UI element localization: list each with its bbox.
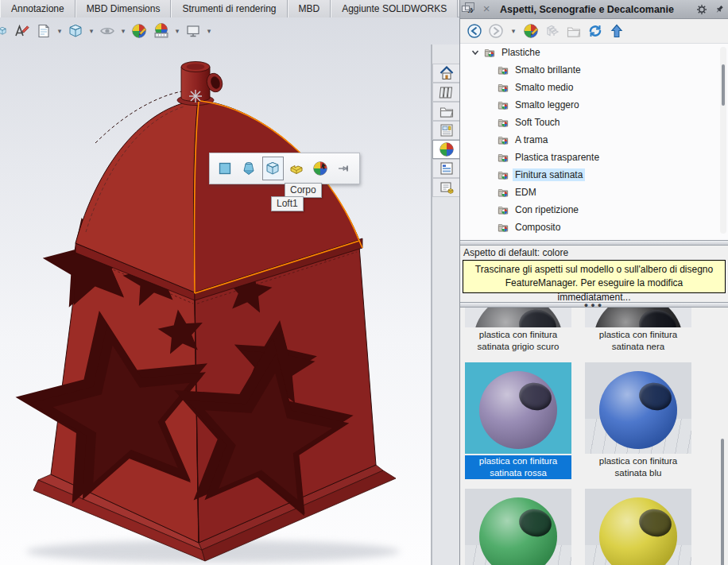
tab-design-library[interactable] xyxy=(432,83,459,102)
default-appearance-label: Aspetto di default: colore xyxy=(460,246,728,259)
thumbnail-label-selected[interactable]: plastica con finitura satinata rossa xyxy=(465,455,571,479)
appearance-target-button[interactable] xyxy=(310,157,331,180)
pane-pin-button[interactable] xyxy=(711,4,728,15)
tab-mbd-dimensions[interactable]: MBD Dimensions xyxy=(76,0,172,17)
sphere-pencil-icon xyxy=(131,23,147,39)
sphere-preview xyxy=(474,308,563,327)
tab-file-explorer[interactable] xyxy=(432,102,459,121)
thumbnail-image[interactable] xyxy=(585,489,691,565)
thumbnail-rossa-selected[interactable]: plastica con finitura satinata rossa xyxy=(465,362,571,479)
thumbnails-scrollbar[interactable] xyxy=(720,308,726,565)
thumbnail-verde[interactable] xyxy=(465,489,571,565)
tree-item-smalto-leggero[interactable]: Smalto leggero xyxy=(460,96,728,114)
display-style-dropdown[interactable]: ▾ xyxy=(87,27,95,35)
thumbnail-image[interactable] xyxy=(585,308,691,327)
format-painter-button[interactable] xyxy=(11,21,32,41)
splitter-grip: ●●● xyxy=(584,304,604,307)
tab-mbd[interactable]: MBD xyxy=(288,0,331,17)
thumbnail-image[interactable] xyxy=(585,362,691,454)
tree-item-edm[interactable]: EDM xyxy=(460,184,728,201)
apply-scene-dropdown[interactable]: ▾ xyxy=(173,27,181,35)
display-style-button[interactable] xyxy=(65,21,86,41)
edit-appearance-button[interactable] xyxy=(129,21,149,41)
tree-item-label: Plastiche xyxy=(499,46,543,59)
tab-annotazione[interactable]: Annotazione xyxy=(0,0,76,17)
graphics-viewport[interactable]: Annotazione MBD Dimensions Strumenti di … xyxy=(0,0,459,565)
tree-item-soft-touch[interactable]: Soft Touch xyxy=(460,114,728,131)
appearance-thumbnails: plastica con finitura satinata grigio sc… xyxy=(460,308,728,565)
thumbnail-grigio-scuro[interactable]: plastica con finitura satinata grigio sc… xyxy=(465,308,571,353)
apply-scene-button[interactable] xyxy=(151,21,172,41)
thumbnail-nera[interactable]: plastica con finitura satinata nera xyxy=(585,308,691,353)
sheet-format-button[interactable] xyxy=(33,21,54,41)
tree-item-label: A trama xyxy=(513,134,550,146)
appearance-folder-icon xyxy=(498,169,509,180)
tree-item-a-trama[interactable]: A trama xyxy=(460,131,728,149)
tree-item-label: Con ripetizione xyxy=(513,203,581,216)
appearance-folder-icon xyxy=(498,99,509,110)
lantern-model[interactable] xyxy=(0,0,459,565)
thumbnail-image[interactable] xyxy=(465,489,571,565)
tree-scrollbar-thumb[interactable] xyxy=(722,64,725,106)
thumbnail-label[interactable]: plastica con finitura satinata grigio sc… xyxy=(465,329,571,353)
open-folder-disabled-button[interactable] xyxy=(566,23,582,39)
preview-window-dropdown[interactable]: ▾ xyxy=(205,27,213,35)
tree-item-smalto-medio[interactable]: Smalto medio xyxy=(460,79,728,96)
select-face-button[interactable] xyxy=(215,157,236,180)
tab-aggiunte-solidworks[interactable]: Aggiunte SOLIDWORKS xyxy=(331,0,458,17)
tree-item-composito[interactable]: Composito xyxy=(460,219,728,236)
edit-appearance-pane-button[interactable] xyxy=(523,23,539,39)
surfaces-disabled-button[interactable] xyxy=(544,23,560,39)
tab-solidworks-resources[interactable] xyxy=(432,64,459,83)
sheet-format-dropdown[interactable]: ▾ xyxy=(56,27,64,35)
tree-item-plastica-trasparente[interactable]: Plastica trasparente xyxy=(460,149,728,166)
pane-toolbar: ▾ xyxy=(460,19,728,44)
preview-window-button[interactable] xyxy=(183,21,203,41)
part-icon xyxy=(288,161,304,176)
thumbnail-label[interactable]: plastica con finitura satinata nera xyxy=(585,329,691,353)
thumbnail-image[interactable] xyxy=(465,308,571,327)
restore-window-button[interactable] xyxy=(458,2,474,15)
tree-item-finitura-satinata[interactable]: Finitura satinata xyxy=(460,166,728,184)
tooltip-loft1: Loft1 xyxy=(271,196,304,211)
tree-item-label: Smalto medio xyxy=(513,81,575,94)
thumbnail-gialla[interactable] xyxy=(585,489,691,565)
hide-show-dropdown[interactable]: ▾ xyxy=(119,27,127,35)
history-dropdown[interactable]: ▾ xyxy=(509,27,517,35)
body-cube-icon xyxy=(265,161,281,176)
move-up-button[interactable] xyxy=(609,23,625,39)
select-part-button[interactable] xyxy=(286,157,308,180)
refresh-button[interactable] xyxy=(587,23,603,39)
thumbnail-blu[interactable]: plastica con finitura satinata blu xyxy=(585,362,691,479)
eye-icon xyxy=(99,23,115,39)
thumbnail-label[interactable]: plastica con finitura satinata blu xyxy=(585,455,691,479)
tab-appearances-scenes[interactable] xyxy=(432,140,459,159)
appearance-folder-icon xyxy=(484,47,495,58)
tree-item-smalto-brillante[interactable]: Smalto brillante xyxy=(460,61,728,79)
pin-icon xyxy=(336,161,352,176)
sphere-preview xyxy=(599,497,677,565)
tree-scrollbar[interactable] xyxy=(720,47,726,234)
clipped-toolbar-button[interactable] xyxy=(0,21,10,41)
tab-solidworks-forum[interactable] xyxy=(432,178,459,197)
pane-splitter-top[interactable] xyxy=(460,240,728,246)
thumbnail-image[interactable] xyxy=(465,362,571,454)
chevron-down-icon[interactable] xyxy=(470,48,480,57)
books-icon xyxy=(439,84,455,100)
hide-show-button[interactable] xyxy=(97,21,118,41)
tree-item-plastiche[interactable]: Plastiche xyxy=(460,44,728,61)
close-window-button[interactable]: × xyxy=(478,2,494,15)
pane-options-button[interactable] xyxy=(693,4,711,15)
pane-splitter-bottom[interactable]: ●●● xyxy=(460,302,728,308)
thumbnails-scrollbar-thumb[interactable] xyxy=(721,439,724,565)
forward-button[interactable] xyxy=(488,23,504,39)
tree-item-con-ripetizione[interactable]: Con ripetizione xyxy=(460,201,728,219)
tab-strumenti-di-rendering[interactable]: Strumenti di rendering xyxy=(171,0,287,17)
tab-custom-properties[interactable] xyxy=(432,159,459,178)
tab-view-palette[interactable] xyxy=(432,121,459,140)
select-feature-button[interactable] xyxy=(238,157,260,180)
pin-toolbar-button[interactable] xyxy=(334,157,355,180)
restore-icon xyxy=(462,6,470,12)
back-button[interactable] xyxy=(467,23,482,39)
select-body-button[interactable] xyxy=(262,157,284,180)
